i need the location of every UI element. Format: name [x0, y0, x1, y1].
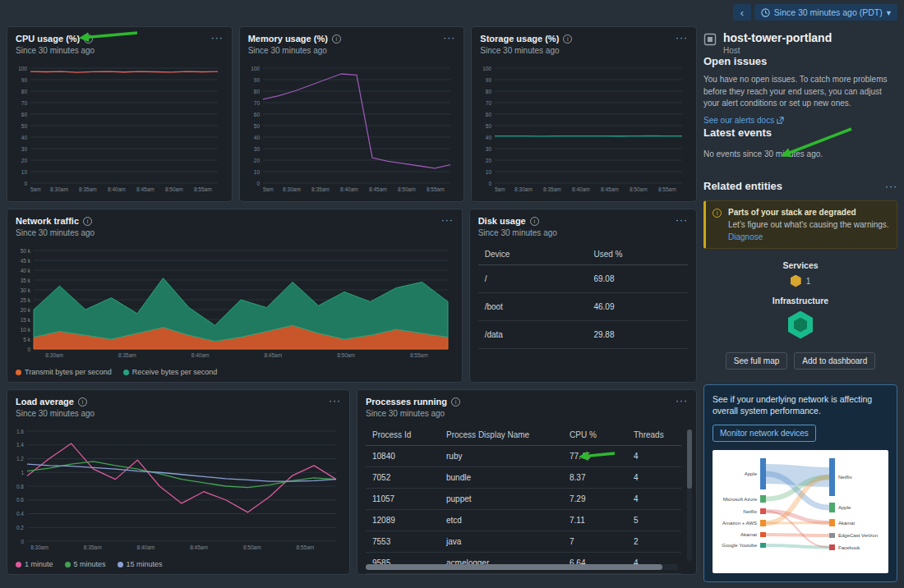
panel-menu-button[interactable]: ···: [676, 216, 688, 224]
panel-title: CPU usage (%): [16, 34, 80, 44]
panel-menu-button[interactable]: ···: [676, 397, 688, 405]
open-issues-body: You have no open issues. To catch more p…: [703, 74, 897, 110]
table-row: 9585acmelogger6.644: [366, 553, 681, 574]
svg-text:8:40am: 8:40am: [191, 352, 210, 358]
horizontal-scrollbar[interactable]: [366, 564, 678, 570]
info-icon[interactable]: i: [83, 217, 92, 226]
related-entities-menu-button[interactable]: ···: [885, 182, 897, 191]
column-header[interactable]: Device: [478, 244, 588, 265]
network-traffic-chart[interactable]: 50 k45 k40 k35 k30 k25 k20 k15 k10 k5 k0…: [12, 246, 455, 361]
see-full-map-button[interactable]: See full map: [726, 352, 788, 370]
panel-subtitle: Since 30 minutes ago: [478, 228, 557, 237]
cpu-usage-chart[interactable]: 10090807060504030201005am8:30am8:35am8:4…: [12, 63, 225, 195]
alerts-docs-link[interactable]: See our alerts docs: [703, 116, 784, 125]
panel-menu-button[interactable]: ···: [329, 397, 341, 405]
legend-item[interactable]: 5 minutes: [65, 560, 106, 568]
charts-area: CPU usage (%)i Since 30 minutes ago ··· …: [7, 26, 697, 575]
column-header[interactable]: CPU %: [563, 425, 627, 446]
svg-text:8:30am: 8:30am: [514, 186, 533, 192]
table-cell: 69.08: [587, 265, 688, 293]
svg-text:0.4: 0.4: [16, 511, 24, 517]
svg-text:90: 90: [253, 77, 260, 83]
services-count: 1: [806, 277, 811, 286]
svg-text:8:50am: 8:50am: [337, 352, 355, 358]
network-promo-text: See if your underlying network is affect…: [713, 393, 888, 417]
legend-item[interactable]: 15 minutes: [118, 560, 163, 568]
panel-header: Memory usage (%)i Since 30 minutes ago ·…: [248, 34, 456, 55]
svg-text:8:40am: 8:40am: [572, 186, 590, 192]
info-icon[interactable]: i: [78, 397, 87, 407]
add-to-dashboard-button[interactable]: Add to dashboard: [794, 352, 875, 370]
table-cell: 4: [627, 489, 681, 510]
column-header[interactable]: Process Display Name: [440, 425, 563, 446]
service-hexagon-icon[interactable]: [791, 275, 801, 287]
svg-text:8:40am: 8:40am: [137, 544, 155, 550]
svg-text:8:50am: 8:50am: [165, 186, 183, 192]
column-header[interactable]: Threads: [627, 425, 681, 446]
panel-menu-button[interactable]: ···: [211, 34, 224, 42]
info-icon[interactable]: i: [332, 34, 341, 44]
legend-item[interactable]: Transmit bytes per second: [16, 368, 112, 376]
svg-text:1.2: 1.2: [16, 456, 24, 462]
svg-text:70: 70: [21, 100, 28, 106]
host-name: host-tower-portland: [723, 31, 832, 44]
column-header[interactable]: Used %: [587, 244, 688, 265]
svg-text:40: 40: [486, 135, 492, 140]
panel-header: Processes runningi Since 30 minutes ago …: [366, 397, 688, 418]
column-header[interactable]: Process Id: [366, 425, 440, 446]
svg-text:8:55am: 8:55am: [297, 544, 315, 550]
degraded-stack-warning: i Parts of your stack are degraded Let's…: [703, 200, 897, 249]
legend-item[interactable]: Receive bytes per second: [123, 368, 218, 376]
host-glyph: [794, 318, 807, 333]
legend-item[interactable]: 1 minute: [16, 560, 53, 568]
panel-menu-button[interactable]: ···: [441, 216, 454, 224]
svg-text:0.8: 0.8: [16, 484, 24, 489]
panel-menu-button[interactable]: ···: [676, 34, 688, 42]
table-cell: 7: [563, 531, 627, 553]
svg-text:8:35am: 8:35am: [118, 352, 136, 358]
monitor-network-devices-button[interactable]: Monitor network devices: [713, 425, 816, 442]
panel-subtitle: Since 30 minutes ago: [248, 46, 341, 55]
svg-text:5am: 5am: [495, 186, 505, 192]
svg-text:30: 30: [486, 146, 492, 152]
infrastructure-hexagon-icon[interactable]: [788, 311, 813, 339]
info-icon[interactable]: i: [530, 217, 539, 226]
time-picker-back-button[interactable]: ‹: [733, 4, 751, 21]
load-average-chart[interactable]: 1.61.41.210.80.60.40.208:30am8:35am8:40a…: [12, 426, 343, 553]
memory-usage-chart[interactable]: 10090807060504030201005am8:30am8:35am8:4…: [245, 63, 458, 195]
panel-header: Disk usagei Since 30 minutes ago ···: [478, 216, 688, 237]
svg-text:Google Youtube: Google Youtube: [722, 543, 757, 548]
svg-text:5 k: 5 k: [23, 337, 30, 342]
table-row: 7052bundle8.374: [366, 467, 681, 489]
table-cell: 6.64: [563, 553, 627, 574]
storage-usage-chart[interactable]: 10090807060504030201005am8:30am8:35am8:4…: [477, 63, 690, 195]
time-picker[interactable]: Since 30 minutes ago (PDT) ▾: [754, 4, 897, 21]
infrastructure-label: Infrastructure: [703, 296, 897, 305]
svg-text:0: 0: [27, 347, 30, 352]
svg-text:90: 90: [486, 77, 492, 83]
info-icon[interactable]: i: [451, 397, 460, 407]
chart-legend: 1 minute5 minutes15 minutes: [16, 560, 163, 568]
panel-menu-button[interactable]: ···: [443, 34, 455, 42]
legend-dot-icon: [123, 370, 129, 375]
svg-text:Apple: Apple: [745, 471, 758, 476]
info-icon[interactable]: i: [563, 34, 572, 44]
svg-text:35 k: 35 k: [21, 278, 31, 283]
diagnose-link[interactable]: Diagnose: [728, 232, 889, 241]
warning-body: Let's figure out what's causing the warn…: [728, 219, 889, 231]
svg-text:40 k: 40 k: [21, 268, 31, 273]
legend-dot-icon: [65, 562, 71, 567]
vertical-scrollbar[interactable]: [687, 430, 692, 561]
info-icon[interactable]: i: [84, 34, 93, 44]
svg-text:EdgeCast Verizon: EdgeCast Verizon: [838, 533, 878, 538]
latest-events-body: No events since 30 minutes ago.: [703, 149, 897, 161]
panel-disk-usage: Disk usagei Since 30 minutes ago ··· Dev…: [469, 209, 697, 383]
svg-text:0: 0: [256, 181, 260, 186]
legend-label: Receive bytes per second: [132, 368, 218, 376]
svg-text:5am: 5am: [30, 186, 41, 192]
legend-label: 1 minute: [25, 560, 53, 568]
table-cell: 7553: [366, 531, 440, 553]
alerts-docs-link-label: See our alerts docs: [703, 116, 774, 125]
panel-subtitle: Since 30 minutes ago: [16, 228, 95, 237]
svg-text:8:55am: 8:55am: [658, 186, 676, 192]
